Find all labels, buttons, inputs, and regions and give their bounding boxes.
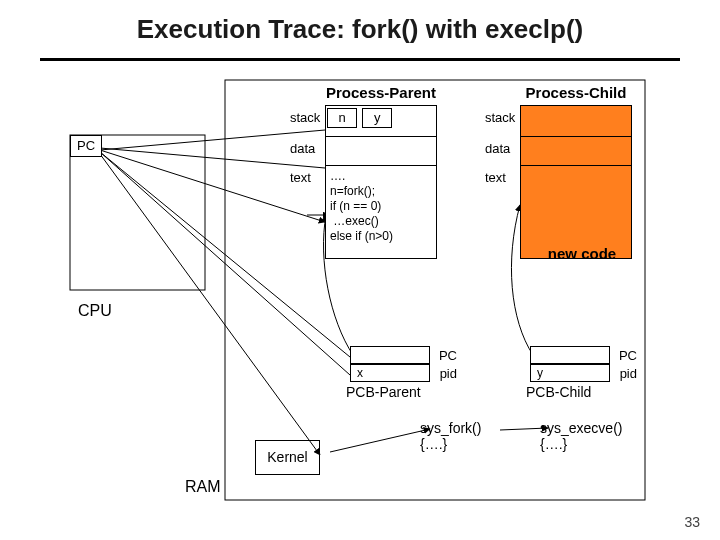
process-child-title: Process-Child: [511, 84, 641, 101]
kernel-box: Kernel: [255, 440, 320, 475]
child-stack-label: stack: [485, 110, 515, 125]
svg-line-5: [100, 152, 350, 357]
sys-execve: sys_execve() {….}: [540, 420, 622, 452]
svg-line-8: [330, 429, 430, 452]
pcb-child: PC y pid PCB-Child: [530, 346, 610, 382]
page-number: 33: [684, 514, 700, 530]
svg-line-7: [100, 154, 320, 455]
pcb-parent-pid-value: x: [357, 366, 363, 380]
child-text-label: text: [485, 170, 506, 185]
svg-line-6: [100, 152, 350, 375]
sys-execve-body: {….}: [540, 436, 622, 452]
child-data-label: data: [485, 141, 510, 156]
slide-title: Execution Trace: fork() with execlp(): [0, 14, 720, 45]
svg-line-4: [100, 150, 325, 222]
pcb-parent-label: PCB-Parent: [346, 384, 456, 400]
pcb-parent-pc-label: PC: [439, 348, 457, 363]
parent-text-label: text: [290, 170, 311, 185]
parent-stack-n: n: [327, 108, 357, 128]
ram-label: RAM: [185, 478, 221, 496]
sys-execve-name: sys_execve(): [540, 420, 622, 436]
parent-data-label: data: [290, 141, 315, 156]
process-parent: Process-Parent stack n y data text …. n=…: [325, 105, 437, 259]
parent-stack-y: y: [362, 108, 392, 128]
pcb-child-pid-value: y: [537, 366, 543, 380]
diagram-lines: [0, 0, 720, 540]
cpu-pc-register: PC: [70, 135, 102, 157]
sys-fork-body: {….}: [420, 436, 481, 452]
pcb-parent-pid-label: pid: [440, 366, 457, 381]
sys-fork-name: sys_fork(): [420, 420, 481, 436]
process-child: Process-Child stack data text: [520, 105, 632, 259]
pcb-child-label: PCB-Child: [526, 384, 636, 400]
svg-rect-0: [70, 135, 205, 290]
parent-stack-label: stack: [290, 110, 320, 125]
cpu-label: CPU: [78, 302, 112, 320]
parent-code: …. n=fork(); if (n == 0) …exec() else if…: [326, 166, 436, 247]
pcb-parent: PC x pid PCB-Parent: [350, 346, 430, 382]
title-rule: [40, 58, 680, 61]
pcb-child-pid-label: pid: [620, 366, 637, 381]
new-code-label: new code: [517, 245, 647, 262]
process-parent-title: Process-Parent: [316, 84, 446, 101]
pcb-child-pc-label: PC: [619, 348, 637, 363]
sys-fork: sys_fork() {….}: [420, 420, 481, 452]
